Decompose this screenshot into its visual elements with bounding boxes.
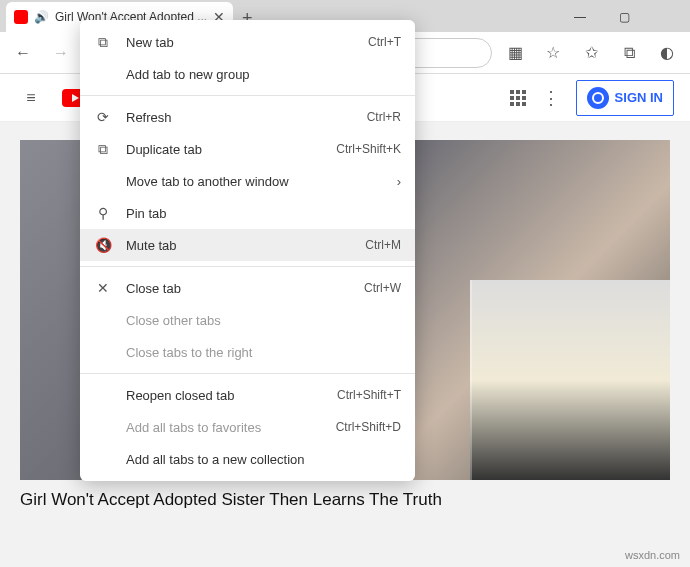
menu-item-shortcut: Ctrl+R (367, 110, 401, 124)
menu-item-shortcut: Ctrl+Shift+T (337, 388, 401, 402)
menu-item-icon: ⟳ (94, 109, 112, 125)
menu-item-shortcut: Ctrl+W (364, 281, 401, 295)
menu-item-label: Move tab to another window (126, 174, 383, 189)
menu-item-mute-tab[interactable]: 🔇Mute tabCtrl+M (80, 229, 415, 261)
menu-item-shortcut: Ctrl+T (368, 35, 401, 49)
apps-grid-icon[interactable] (510, 90, 526, 106)
menu-item-icon: ⚲ (94, 205, 112, 221)
menu-item-new-tab[interactable]: ⧉New tabCtrl+T (80, 26, 415, 58)
picture-in-picture (470, 280, 670, 480)
menu-item-add-all-tabs-to-a-new-collection[interactable]: Add all tabs to a new collection (80, 443, 415, 475)
menu-item-label: Mute tab (126, 238, 351, 253)
menu-item-icon: ⧉ (94, 34, 112, 51)
youtube-kebab-icon[interactable]: ⋮ (542, 87, 560, 109)
video-title: Girl Won't Accept Adopted Sister Then Le… (20, 490, 670, 510)
menu-item-icon: ✕ (94, 280, 112, 296)
sign-in-button[interactable]: SIGN IN (576, 80, 674, 116)
menu-item-label: Pin tab (126, 206, 401, 221)
menu-item-label: Close tabs to the right (126, 345, 401, 360)
watermark: wsxdn.com (625, 549, 680, 561)
menu-item-label: Duplicate tab (126, 142, 322, 157)
menu-item-close-tab[interactable]: ✕Close tabCtrl+W (80, 272, 415, 304)
menu-item-refresh[interactable]: ⟳RefreshCtrl+R (80, 101, 415, 133)
menu-item-label: Add all tabs to favorites (126, 420, 322, 435)
youtube-favicon-icon (14, 10, 28, 24)
minimize-button[interactable]: — (558, 2, 602, 32)
menu-item-label: Add tab to new group (126, 67, 401, 82)
tab-context-menu: ⧉New tabCtrl+TAdd tab to new group⟳Refre… (80, 20, 415, 481)
window-controls: — ▢ ✕ (558, 2, 690, 32)
menu-item-shortcut: Ctrl+Shift+K (336, 142, 401, 156)
menu-item-shortcut: Ctrl+M (365, 238, 401, 252)
menu-item-pin-tab[interactable]: ⚲Pin tab (80, 197, 415, 229)
menu-item-close-tabs-to-the-right: Close tabs to the right (80, 336, 415, 368)
extensions-icon[interactable]: ▦ (500, 38, 530, 68)
menu-separator (80, 95, 415, 96)
hamburger-icon[interactable]: ≡ (16, 83, 46, 113)
menu-item-add-all-tabs-to-favorites: Add all tabs to favoritesCtrl+Shift+D (80, 411, 415, 443)
menu-item-label: Close tab (126, 281, 350, 296)
audio-icon: 🔊 (34, 10, 49, 24)
maximize-button[interactable]: ▢ (602, 2, 646, 32)
menu-item-duplicate-tab[interactable]: ⧉Duplicate tabCtrl+Shift+K (80, 133, 415, 165)
user-circle-icon (587, 87, 609, 109)
profile-icon[interactable]: ◐ (652, 38, 682, 68)
favorites-icon[interactable]: ☆ (538, 38, 568, 68)
menu-item-close-other-tabs: Close other tabs (80, 304, 415, 336)
menu-item-add-tab-to-new-group[interactable]: Add tab to new group (80, 58, 415, 90)
collections-icon[interactable]: ⧉ (614, 38, 644, 68)
favorites-bar-icon[interactable]: ✩ (576, 38, 606, 68)
menu-item-label: Add all tabs to a new collection (126, 452, 401, 467)
menu-separator (80, 373, 415, 374)
menu-separator (80, 266, 415, 267)
menu-item-label: New tab (126, 35, 354, 50)
submenu-arrow-icon: › (397, 174, 401, 189)
sign-in-label: SIGN IN (615, 90, 663, 105)
menu-item-label: Refresh (126, 110, 353, 125)
menu-item-label: Close other tabs (126, 313, 401, 328)
back-button[interactable]: ← (8, 38, 38, 68)
menu-item-icon: ⧉ (94, 141, 112, 158)
menu-item-reopen-closed-tab[interactable]: Reopen closed tabCtrl+Shift+T (80, 379, 415, 411)
menu-item-shortcut: Ctrl+Shift+D (336, 420, 401, 434)
menu-item-icon: 🔇 (94, 237, 112, 253)
forward-button[interactable]: → (46, 38, 76, 68)
menu-item-move-tab-to-another-window[interactable]: Move tab to another window› (80, 165, 415, 197)
menu-item-label: Reopen closed tab (126, 388, 323, 403)
